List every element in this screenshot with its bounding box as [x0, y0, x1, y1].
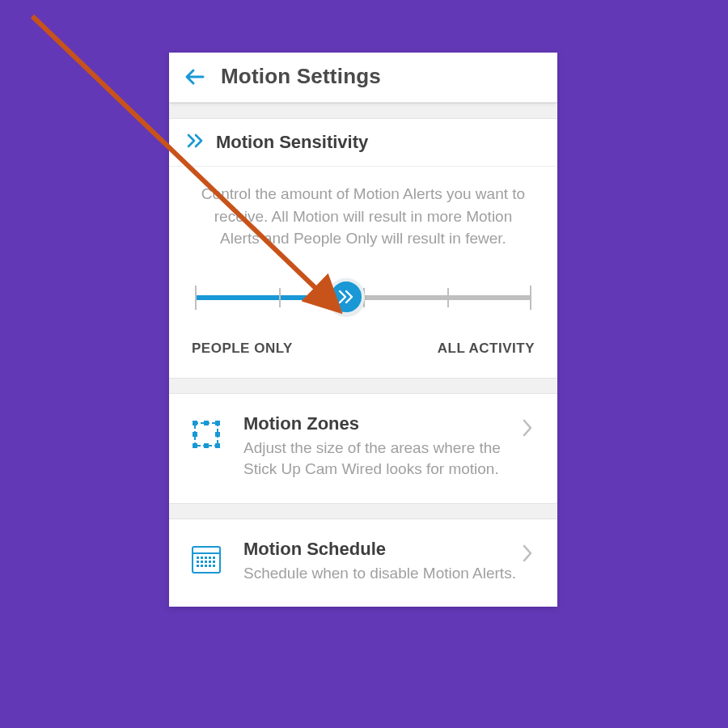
svg-rect-1: [193, 421, 197, 425]
back-button[interactable]: [184, 66, 206, 88]
svg-rect-18: [205, 561, 207, 563]
svg-rect-3: [193, 443, 197, 448]
slider-tick: [279, 288, 281, 307]
sensitivity-slider[interactable]: [195, 281, 531, 313]
motion-zones-subtitle: Adjust the size of the areas where the S…: [243, 438, 517, 480]
svg-rect-7: [193, 432, 197, 437]
page-title: Motion Settings: [221, 64, 381, 89]
slider-labels: PEOPLE ONLY ALL ACTIVITY: [169, 328, 557, 378]
motion-schedule-subtitle: Schedule when to disable Motion Alerts.: [243, 563, 517, 585]
sensitivity-slider-container: [169, 256, 557, 328]
motion-zones-title: Motion Zones: [243, 413, 517, 434]
double-chevron-icon: [337, 290, 355, 304]
svg-rect-6: [204, 443, 209, 448]
slider-thumb[interactable]: [328, 278, 365, 315]
svg-rect-21: [197, 565, 199, 567]
svg-rect-15: [213, 557, 215, 559]
svg-rect-5: [204, 421, 209, 425]
motion-sensitivity-header: Motion Sensitivity: [169, 119, 557, 167]
svg-rect-23: [205, 565, 207, 567]
motion-schedule-title: Motion Schedule: [243, 539, 517, 560]
chevron-right-icon: [522, 544, 533, 563]
slider-tick: [195, 286, 197, 310]
section-divider: [169, 103, 557, 119]
svg-rect-13: [205, 557, 207, 559]
svg-rect-0: [195, 423, 218, 446]
svg-rect-12: [201, 557, 203, 559]
motion-schedule-row[interactable]: Motion Schedule Schedule when to disable…: [169, 519, 557, 607]
chevron-right-icon: [522, 418, 533, 438]
svg-rect-20: [213, 561, 215, 563]
slider-tick: [447, 288, 449, 307]
back-arrow-icon: [184, 67, 206, 87]
svg-rect-22: [201, 565, 203, 567]
svg-rect-2: [215, 421, 220, 425]
motion-sensitivity-section: Motion Sensitivity Control the amount of…: [169, 119, 557, 378]
slider-max-label: ALL ACTIVITY: [438, 341, 535, 357]
double-chevron-icon: [187, 133, 205, 151]
motion-sensitivity-description: Control the amount of Motion Alerts you …: [169, 167, 557, 256]
svg-rect-9: [193, 547, 220, 573]
svg-rect-8: [215, 432, 220, 437]
motion-zones-row[interactable]: Motion Zones Adjust the size of the area…: [169, 394, 557, 503]
motion-sensitivity-title: Motion Sensitivity: [216, 132, 368, 153]
schedule-icon: [188, 542, 224, 578]
svg-rect-17: [201, 561, 203, 563]
svg-rect-24: [209, 565, 211, 567]
zones-icon: [188, 417, 224, 452]
section-divider: [169, 378, 557, 394]
svg-rect-16: [197, 561, 199, 563]
svg-rect-25: [213, 565, 215, 567]
svg-rect-11: [197, 557, 199, 559]
header-bar: Motion Settings: [169, 53, 557, 103]
svg-rect-14: [209, 557, 211, 559]
settings-screen: Motion Settings Motion Sensitivity Contr…: [169, 53, 557, 607]
svg-rect-4: [215, 443, 220, 448]
slider-tick: [530, 286, 531, 310]
section-divider: [169, 503, 557, 519]
slider-track-fill: [195, 295, 346, 300]
svg-rect-19: [209, 561, 211, 563]
slider-min-label: PEOPLE ONLY: [192, 341, 293, 357]
